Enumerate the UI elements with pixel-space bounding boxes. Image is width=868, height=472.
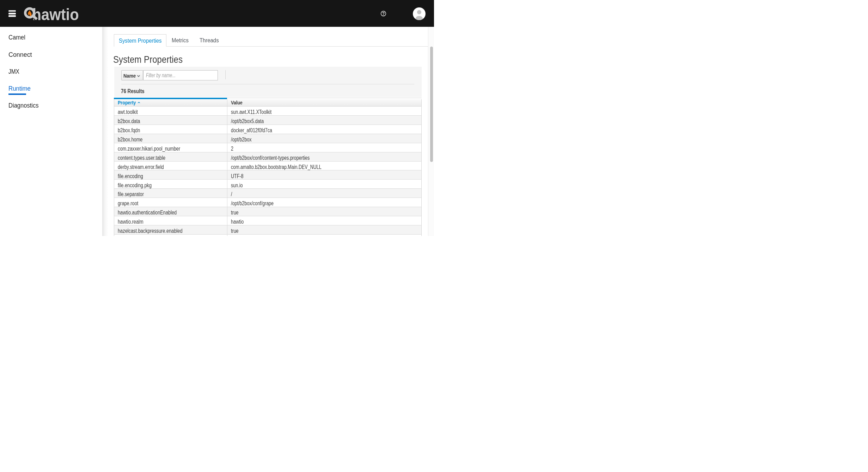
svg-text:hawtio: hawtio [32, 5, 79, 24]
